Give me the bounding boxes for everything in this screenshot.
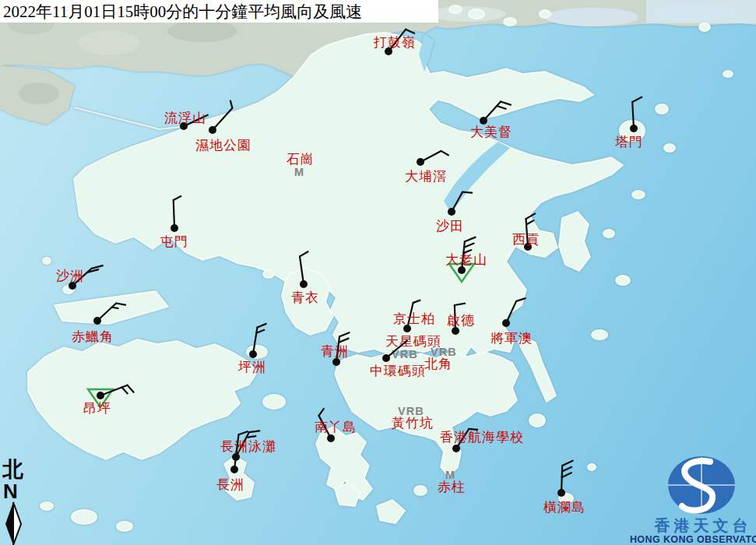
station-dot [332, 358, 340, 366]
station-label: 坪洲 [238, 360, 266, 374]
station-dot [458, 266, 466, 274]
station-dot [630, 125, 638, 132]
wind-map-screenshot: 打鼓嶺流浮山濕地公園M石崗大埔滘大美督塔門沙田屯門西貢沙洲大老山青衣赤鱲角京士柏… [0, 0, 756, 545]
station-label: 流浮山 [164, 111, 206, 125]
station-label: 長洲泳灘 [220, 439, 276, 454]
station-label: 京士柏 [393, 311, 435, 326]
ma-wan-island [263, 270, 274, 278]
top-islet-4 [449, 5, 462, 13]
soko-islet-3 [117, 522, 132, 531]
station-dot [417, 158, 424, 166]
station-dot [382, 354, 390, 362]
ne-islet-2 [664, 144, 675, 152]
hei-ling-chau-island [263, 395, 285, 409]
se-islet-1 [616, 276, 630, 285]
station-label: 濕地公園 [195, 138, 251, 153]
wind-barb-feather [112, 308, 118, 308]
station-label: 南丫島 [315, 420, 357, 434]
station-dot [452, 327, 459, 335]
station-dot [97, 392, 104, 399]
station-dot [171, 224, 178, 232]
station-dot [327, 434, 335, 442]
station-dot [249, 350, 257, 358]
station-label: 大老山 [445, 252, 487, 267]
station-label: 大美督 [470, 125, 512, 139]
hko-logo-name-en: HONG KONG OBSERVATORY [630, 534, 756, 545]
po-toi-islet-3 [414, 486, 427, 495]
compass-hanzi-label: 北 [2, 458, 23, 481]
station-label: 石崗 [287, 152, 315, 167]
mirs-bay-islet-2 [723, 71, 733, 77]
se-islet-2 [603, 230, 614, 237]
station-dot [557, 489, 565, 497]
station-label: 啟德 [447, 313, 475, 328]
station-label: 大埔滘 [405, 169, 447, 184]
se-islet-3 [632, 191, 645, 199]
wind-barb-staff [561, 466, 562, 493]
station-label: 長洲 [216, 477, 244, 492]
wind-barb-feather [462, 192, 472, 193]
lung-kwu-chau-island [43, 258, 51, 264]
station-dot [480, 117, 487, 125]
station-label: 北角 [424, 357, 452, 371]
mirs-bay-islet-1 [699, 23, 710, 31]
station-label: 青洲 [321, 344, 349, 359]
top-islet-2 [504, 18, 516, 26]
se-islet-4 [592, 330, 607, 339]
station-label: 昂坪 [83, 401, 111, 416]
station-label: 沙田 [436, 219, 464, 234]
station-dot [209, 126, 216, 134]
soko-islet-2 [40, 502, 53, 510]
wind-barb-staff [174, 200, 174, 228]
station-label: 西貢 [512, 232, 540, 247]
page-title: 2022年11月01日15時00分的十分鐘平均風向及風速 [3, 2, 362, 21]
ne-islet-1 [656, 104, 668, 114]
station-label: 橫瀾島 [543, 500, 585, 515]
top-islet-3 [540, 10, 550, 18]
station-label: 黃竹坑 [392, 416, 434, 431]
station-dot [452, 445, 460, 452]
station-label: 中環碼頭 [370, 364, 426, 378]
top-islet-1 [469, 9, 484, 19]
soko-islet-1 [72, 510, 97, 524]
station-label: 赤柱 [438, 480, 466, 494]
station-dot [230, 466, 238, 473]
station-label: 沙洲 [56, 269, 84, 283]
station-label: 塔門 [614, 135, 643, 149]
station-label: 赤鱲角 [72, 329, 114, 344]
islet-near-waglan [588, 464, 596, 470]
station-dot [93, 317, 101, 325]
tung-lung-island [529, 414, 545, 427]
station-label: 打鼓嶺 [373, 35, 416, 50]
station-label: 屯門 [160, 234, 188, 249]
station-dot [448, 208, 455, 216]
station-label: 青衣 [291, 290, 319, 305]
station-label: 香港航海學校 [440, 430, 524, 445]
title-bar: 2022年11月01日15時00分的十分鐘平均風向及風速 [0, 0, 438, 23]
station-tag: M [294, 166, 304, 178]
compass-n-label: N [3, 480, 18, 503]
map-canvas: 打鼓嶺流浮山濕地公園M石崗大埔滘大美督塔門沙田屯門西貢沙洲大老山青衣赤鱲角京士柏… [0, 0, 756, 545]
station-dot [502, 319, 510, 327]
hko-logo-name-zh: 香港天文台 [654, 517, 752, 534]
station-label: 將軍澳 [491, 331, 533, 346]
station-dot [300, 280, 308, 288]
